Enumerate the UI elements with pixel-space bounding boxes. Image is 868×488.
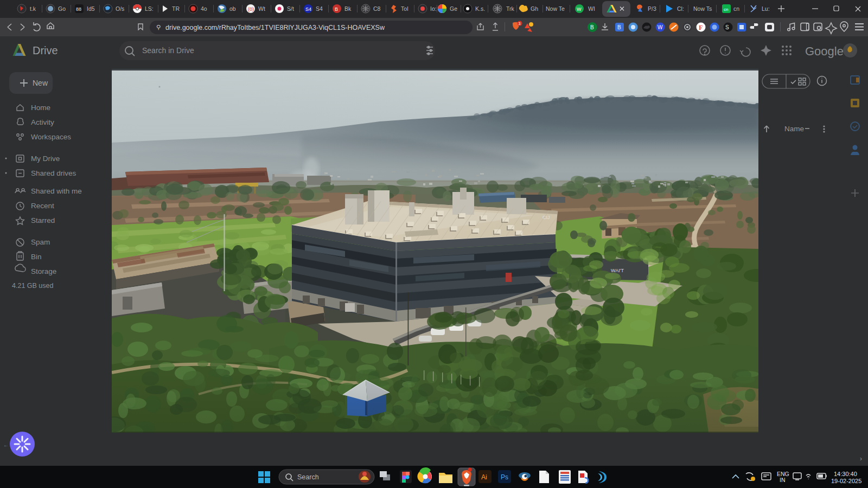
svg-text:Name: Name: [784, 125, 804, 133]
svg-text:K.s.: K.s.: [475, 5, 485, 12]
svg-text:Search in Drive: Search in Drive: [142, 46, 194, 55]
svg-text:←: ←: [3, 442, 9, 448]
svg-text:S4: S4: [305, 7, 311, 12]
svg-text:C8: C8: [373, 5, 381, 12]
svg-text:S: S: [725, 24, 729, 30]
svg-text:B: B: [617, 24, 621, 30]
svg-text:S4: S4: [316, 5, 323, 12]
svg-text:Drive: Drive: [33, 44, 58, 56]
svg-text:Ai: Ai: [481, 473, 487, 481]
svg-text:B: B: [590, 24, 594, 30]
svg-text:Ps: Ps: [501, 473, 508, 481]
svg-text:Activity: Activity: [31, 118, 54, 126]
svg-text:Home: Home: [31, 104, 50, 112]
svg-text:3: 3: [519, 22, 521, 25]
svg-text:W: W: [577, 7, 582, 12]
svg-text:Io:: Io:: [430, 5, 437, 12]
svg-text:Spam: Spam: [31, 238, 50, 246]
svg-text:Now Te: Now Te: [546, 5, 565, 12]
svg-text:(0): (0): [248, 7, 254, 12]
svg-text:WI: WI: [588, 5, 595, 12]
svg-text:Search: Search: [297, 473, 319, 481]
svg-text:ToI: ToI: [401, 5, 409, 12]
svg-text:IN: IN: [780, 477, 786, 483]
svg-text:Trk: Trk: [506, 5, 515, 12]
svg-text:LS:: LS:: [145, 5, 154, 12]
svg-text:19-02-2025: 19-02-2025: [831, 478, 861, 484]
svg-text:Bk: Bk: [344, 5, 352, 12]
svg-text:ob: ob: [229, 5, 236, 12]
svg-text:4.21 GB used: 4.21 GB used: [12, 282, 53, 290]
svg-text:Go: Go: [58, 5, 66, 12]
svg-text:Lu:: Lu:: [762, 5, 770, 12]
svg-text:B: B: [335, 7, 338, 12]
svg-text:Wt: Wt: [258, 5, 265, 12]
svg-text:Recent: Recent: [31, 202, 54, 210]
svg-text:Ge: Ge: [450, 5, 457, 12]
svg-text:t.k: t.k: [30, 5, 36, 12]
svg-text:Google: Google: [805, 44, 844, 58]
svg-text:88: 88: [76, 7, 81, 12]
svg-text:Gh: Gh: [531, 5, 538, 12]
svg-text:4o: 4o: [201, 5, 207, 12]
svg-text:Shared with me: Shared with me: [31, 187, 82, 195]
svg-text:Starred: Starred: [31, 216, 55, 224]
svg-text:TR: TR: [172, 5, 180, 12]
svg-text:Workspaces: Workspaces: [31, 133, 71, 141]
svg-text:My Drive: My Drive: [31, 155, 60, 163]
svg-text:O/s: O/s: [116, 5, 124, 12]
svg-text:Bin: Bin: [31, 253, 42, 261]
svg-text:P/3: P/3: [648, 5, 656, 12]
svg-text:F: F: [699, 24, 703, 31]
svg-text:›: ›: [860, 455, 862, 463]
svg-text:Cl:: Cl:: [677, 5, 684, 12]
svg-text:cn: cn: [733, 5, 739, 12]
svg-text:Shared drives: Shared drives: [31, 169, 76, 177]
svg-text:cn: cn: [724, 7, 728, 12]
svg-text:New: New: [33, 79, 48, 87]
svg-text:Id5: Id5: [87, 5, 95, 12]
svg-text:S/t: S/t: [287, 5, 294, 12]
svg-text:Storage: Storage: [31, 267, 56, 275]
svg-text:14:30:40: 14:30:40: [834, 471, 857, 477]
svg-text:W: W: [658, 24, 663, 30]
svg-text:Now Ts: Now Ts: [693, 5, 712, 12]
